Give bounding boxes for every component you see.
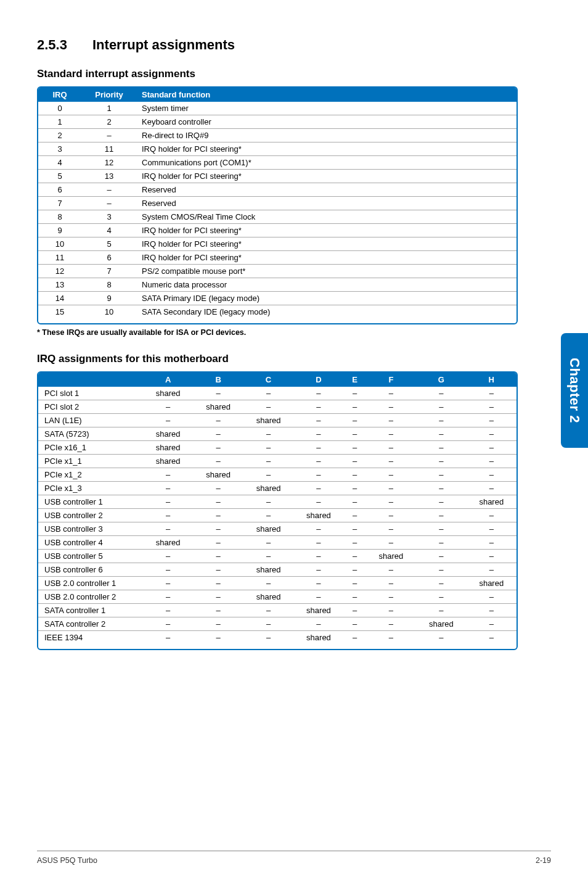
assign-cell: – <box>467 455 517 468</box>
assign-cell: – <box>293 482 343 495</box>
assign-cell: – <box>143 617 193 631</box>
assign-cell: – <box>366 631 416 645</box>
function-cell: IRQ holder for PCI steering* <box>137 170 517 183</box>
priority-cell: – <box>81 197 137 210</box>
assign-cell: – <box>366 604 416 617</box>
col-g: G <box>416 373 466 387</box>
assign-cell: shared <box>193 468 243 482</box>
section-number: 2.5.3 <box>37 37 92 53</box>
assign-cell: – <box>366 590 416 604</box>
assign-cell: – <box>344 536 366 550</box>
assign-cell: – <box>293 468 343 482</box>
assign-cell: – <box>467 604 517 617</box>
assign-cell: – <box>143 590 193 604</box>
assign-cell: shared <box>193 400 243 414</box>
assign-cell: – <box>143 631 193 645</box>
assign-cell: – <box>293 590 343 604</box>
table-row: 105IRQ holder for PCI steering* <box>38 237 517 251</box>
assign-cell: shared <box>143 536 193 550</box>
function-cell: System timer <box>137 102 517 115</box>
priority-cell: 4 <box>81 224 137 237</box>
row-label: USB controller 6 <box>38 563 143 577</box>
assign-cell: – <box>344 427 366 441</box>
priority-cell: 10 <box>81 305 137 319</box>
table-row: 2–Re-direct to IRQ#9 <box>38 129 517 142</box>
function-cell: Re-direct to IRQ#9 <box>137 129 517 142</box>
footer-left: ASUS P5Q Turbo <box>37 856 97 865</box>
assign-cell: – <box>416 414 466 427</box>
assign-cell: – <box>344 400 366 414</box>
irq-cell: 13 <box>38 278 81 292</box>
assign-cell: – <box>143 468 193 482</box>
irq-cell: 0 <box>38 102 81 115</box>
assign-cell: – <box>193 414 243 427</box>
function-cell: IRQ holder for PCI steering* <box>137 237 517 251</box>
table-row: USB 2.0 controller 1–––––––shared <box>38 577 517 590</box>
assign-cell: – <box>344 441 366 455</box>
assign-cell: – <box>416 536 466 550</box>
assign-cell: – <box>293 550 343 563</box>
function-cell: Numeric data processor <box>137 278 517 292</box>
priority-cell: 13 <box>81 170 137 183</box>
irq-cell: 2 <box>38 129 81 142</box>
table-row: USB controller 1–––––––shared <box>38 495 517 509</box>
assign-cell: – <box>243 495 293 509</box>
assign-cell: – <box>467 414 517 427</box>
assign-cell: – <box>293 577 343 590</box>
assign-cell: – <box>293 617 343 631</box>
priority-cell: 5 <box>81 237 137 251</box>
assign-cell: – <box>344 468 366 482</box>
assign-cell: – <box>467 387 517 400</box>
assign-cell: shared <box>243 414 293 427</box>
row-label: SATA controller 1 <box>38 604 143 617</box>
function-cell: Reserved <box>137 183 517 197</box>
assign-cell: – <box>344 509 366 522</box>
assign-cell: – <box>416 522 466 536</box>
col-priority: Priority <box>81 88 137 102</box>
assign-cell: – <box>193 550 243 563</box>
irq-cell: 1 <box>38 115 81 129</box>
table-row: IEEE 1394–––shared–––– <box>38 631 517 645</box>
function-cell: IRQ holder for PCI steering* <box>137 224 517 237</box>
irq-cell: 10 <box>38 237 81 251</box>
assign-cell: – <box>344 414 366 427</box>
assign-cell: – <box>416 509 466 522</box>
priority-cell: – <box>81 183 137 197</box>
col-b: B <box>193 373 243 387</box>
assign-cell: – <box>243 617 293 631</box>
assign-cell: – <box>193 441 243 455</box>
function-cell: Keyboard controller <box>137 115 517 129</box>
col-c: C <box>243 373 293 387</box>
row-label: USB controller 2 <box>38 509 143 522</box>
row-label: PCI slot 2 <box>38 400 143 414</box>
row-label: PCIe x1_1 <box>38 455 143 468</box>
assign-cell: – <box>143 482 193 495</box>
assign-cell: – <box>243 509 293 522</box>
assign-cell: – <box>193 427 243 441</box>
assign-cell: – <box>143 400 193 414</box>
assignments-heading: IRQ assignments for this motherboard <box>37 353 518 365</box>
assign-cell: – <box>143 414 193 427</box>
assign-cell: – <box>416 400 466 414</box>
function-cell: Communications port (COM1)* <box>137 156 517 170</box>
row-label: SATA controller 2 <box>38 617 143 631</box>
irq-cell: 11 <box>38 251 81 265</box>
table-row: 94IRQ holder for PCI steering* <box>38 224 517 237</box>
col-h: H <box>467 373 517 387</box>
assign-cell: – <box>416 387 466 400</box>
assign-cell: – <box>366 617 416 631</box>
assign-cell: – <box>366 468 416 482</box>
assign-cell: – <box>467 590 517 604</box>
assign-cell: – <box>467 509 517 522</box>
assign-cell: – <box>243 468 293 482</box>
col-f: F <box>366 373 416 387</box>
irq-cell: 6 <box>38 183 81 197</box>
table-row: 83System CMOS/Real Time Clock <box>38 210 517 224</box>
table-row: 127PS/2 compatible mouse port* <box>38 265 517 278</box>
section-title: Interrupt assignments <box>92 37 235 52</box>
table-row: 6–Reserved <box>38 183 517 197</box>
priority-cell: 8 <box>81 278 137 292</box>
priority-cell: 2 <box>81 115 137 129</box>
row-label: PCIe x1_2 <box>38 468 143 482</box>
assign-cell: shared <box>293 604 343 617</box>
